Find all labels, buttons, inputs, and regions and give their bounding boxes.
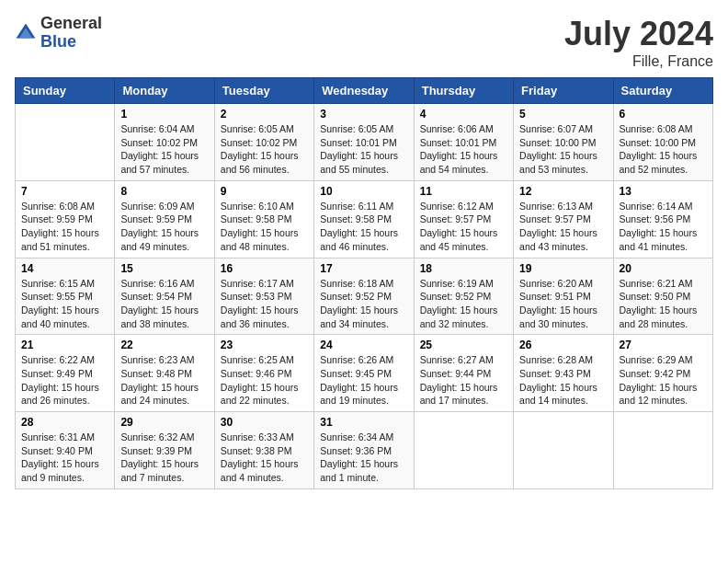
day-number: 20: [620, 262, 707, 275]
day-number: 13: [620, 185, 707, 198]
calendar-cell: 19Sunrise: 6:20 AM Sunset: 9:51 PM Dayli…: [514, 258, 613, 335]
day-info: Sunrise: 6:20 AM Sunset: 9:51 PM Dayligh…: [519, 277, 607, 331]
day-number: 19: [519, 262, 607, 275]
day-number: 11: [420, 185, 507, 198]
calendar-week-1: 7Sunrise: 6:08 AM Sunset: 9:59 PM Daylig…: [16, 180, 713, 258]
day-info: Sunrise: 6:09 AM Sunset: 9:59 PM Dayligh…: [120, 200, 208, 254]
calendar-cell: 15Sunrise: 6:16 AM Sunset: 9:54 PM Dayli…: [115, 258, 214, 335]
header-cell-friday: Friday: [514, 78, 613, 104]
calendar-cell: 8Sunrise: 6:09 AM Sunset: 9:59 PM Daylig…: [115, 180, 214, 258]
header-cell-sunday: Sunday: [16, 78, 115, 104]
day-number: 21: [21, 339, 108, 351]
day-info: Sunrise: 6:33 AM Sunset: 9:38 PM Dayligh…: [221, 431, 308, 485]
calendar-cell: 23Sunrise: 6:25 AM Sunset: 9:46 PM Dayli…: [214, 335, 313, 412]
calendar-cell: 24Sunrise: 6:26 AM Sunset: 9:45 PM Dayli…: [314, 335, 414, 412]
logo-general: General: [40, 15, 102, 33]
day-number: 27: [620, 339, 707, 351]
day-info: Sunrise: 6:16 AM Sunset: 9:54 PM Dayligh…: [120, 277, 208, 331]
day-number: 29: [120, 416, 208, 429]
calendar-cell: 3Sunrise: 6:05 AM Sunset: 10:01 PM Dayli…: [314, 104, 414, 181]
calendar-week-0: 1Sunrise: 6:04 AM Sunset: 10:02 PM Dayli…: [16, 104, 713, 181]
day-number: 4: [420, 108, 507, 121]
calendar-cell: 26Sunrise: 6:28 AM Sunset: 9:43 PM Dayli…: [514, 335, 613, 412]
day-number: 5: [519, 108, 607, 121]
day-info: Sunrise: 6:19 AM Sunset: 9:52 PM Dayligh…: [420, 277, 507, 331]
day-info: Sunrise: 6:12 AM Sunset: 9:57 PM Dayligh…: [420, 200, 507, 254]
header-cell-thursday: Thursday: [414, 78, 513, 104]
day-number: 17: [320, 262, 407, 275]
calendar-cell: [414, 412, 513, 489]
day-number: 9: [221, 185, 308, 198]
month-year-title: July 2024: [564, 15, 713, 53]
location-label: Fille, France: [564, 53, 713, 70]
day-info: Sunrise: 6:17 AM Sunset: 9:53 PM Dayligh…: [221, 277, 308, 331]
day-number: 28: [21, 416, 108, 429]
day-number: 25: [420, 339, 507, 351]
day-number: 18: [420, 262, 507, 275]
calendar-body: 1Sunrise: 6:04 AM Sunset: 10:02 PM Dayli…: [16, 104, 713, 489]
calendar-cell: 14Sunrise: 6:15 AM Sunset: 9:55 PM Dayli…: [16, 258, 115, 335]
calendar-cell: 31Sunrise: 6:34 AM Sunset: 9:36 PM Dayli…: [314, 412, 414, 489]
day-number: 16: [221, 262, 308, 275]
calendar-cell: 25Sunrise: 6:27 AM Sunset: 9:44 PM Dayli…: [414, 335, 513, 412]
day-number: 7: [21, 185, 108, 198]
day-info: Sunrise: 6:14 AM Sunset: 9:56 PM Dayligh…: [620, 200, 707, 254]
day-number: 12: [519, 185, 607, 198]
calendar-cell: 4Sunrise: 6:06 AM Sunset: 10:01 PM Dayli…: [414, 104, 513, 181]
calendar-cell: 17Sunrise: 6:18 AM Sunset: 9:52 PM Dayli…: [314, 258, 414, 335]
day-number: 23: [221, 339, 308, 351]
calendar-cell: 11Sunrise: 6:12 AM Sunset: 9:57 PM Dayli…: [414, 180, 513, 258]
day-number: 31: [320, 416, 407, 429]
day-info: Sunrise: 6:15 AM Sunset: 9:55 PM Dayligh…: [21, 277, 108, 331]
day-info: Sunrise: 6:32 AM Sunset: 9:39 PM Dayligh…: [120, 431, 208, 485]
header-row: SundayMondayTuesdayWednesdayThursdayFrid…: [16, 78, 713, 104]
calendar-cell: 30Sunrise: 6:33 AM Sunset: 9:38 PM Dayli…: [214, 412, 313, 489]
calendar-cell: 16Sunrise: 6:17 AM Sunset: 9:53 PM Dayli…: [214, 258, 313, 335]
header-cell-monday: Monday: [115, 78, 214, 104]
calendar-table: SundayMondayTuesdayWednesdayThursdayFrid…: [15, 77, 713, 489]
page-header: General Blue July 2024 Fille, France: [15, 15, 713, 70]
day-number: 6: [620, 108, 707, 121]
logo-blue: Blue: [40, 33, 102, 52]
calendar-cell: [16, 104, 115, 181]
calendar-cell: 5Sunrise: 6:07 AM Sunset: 10:00 PM Dayli…: [514, 104, 613, 181]
day-info: Sunrise: 6:21 AM Sunset: 9:50 PM Dayligh…: [620, 277, 707, 331]
day-number: 1: [120, 108, 208, 121]
header-cell-saturday: Saturday: [613, 78, 712, 104]
day-info: Sunrise: 6:29 AM Sunset: 9:42 PM Dayligh…: [620, 353, 707, 408]
day-number: 2: [221, 108, 308, 121]
calendar-cell: 6Sunrise: 6:08 AM Sunset: 10:00 PM Dayli…: [613, 104, 712, 181]
day-info: Sunrise: 6:10 AM Sunset: 9:58 PM Dayligh…: [221, 200, 308, 254]
day-info: Sunrise: 6:25 AM Sunset: 9:46 PM Dayligh…: [221, 353, 308, 408]
calendar-cell: 10Sunrise: 6:11 AM Sunset: 9:58 PM Dayli…: [314, 180, 414, 258]
day-info: Sunrise: 6:31 AM Sunset: 9:40 PM Dayligh…: [21, 431, 108, 485]
calendar-cell: [514, 412, 613, 489]
day-info: Sunrise: 6:05 AM Sunset: 10:02 PM Daylig…: [221, 122, 308, 177]
calendar-week-4: 28Sunrise: 6:31 AM Sunset: 9:40 PM Dayli…: [16, 412, 713, 489]
calendar-cell: 1Sunrise: 6:04 AM Sunset: 10:02 PM Dayli…: [115, 104, 214, 181]
calendar-cell: 12Sunrise: 6:13 AM Sunset: 9:57 PM Dayli…: [514, 180, 613, 258]
day-info: Sunrise: 6:07 AM Sunset: 10:00 PM Daylig…: [519, 122, 607, 177]
day-number: 24: [320, 339, 407, 351]
day-info: Sunrise: 6:18 AM Sunset: 9:52 PM Dayligh…: [320, 277, 407, 331]
day-info: Sunrise: 6:06 AM Sunset: 10:01 PM Daylig…: [420, 122, 507, 177]
day-number: 3: [320, 108, 407, 121]
day-info: Sunrise: 6:13 AM Sunset: 9:57 PM Dayligh…: [519, 200, 607, 254]
header-cell-wednesday: Wednesday: [314, 78, 414, 104]
day-info: Sunrise: 6:27 AM Sunset: 9:44 PM Dayligh…: [420, 353, 507, 408]
calendar-header: SundayMondayTuesdayWednesdayThursdayFrid…: [16, 78, 713, 104]
calendar-cell: 7Sunrise: 6:08 AM Sunset: 9:59 PM Daylig…: [16, 180, 115, 258]
calendar-cell: 27Sunrise: 6:29 AM Sunset: 9:42 PM Dayli…: [613, 335, 712, 412]
day-info: Sunrise: 6:28 AM Sunset: 9:43 PM Dayligh…: [519, 353, 607, 408]
calendar-cell: [613, 412, 712, 489]
calendar-week-3: 21Sunrise: 6:22 AM Sunset: 9:49 PM Dayli…: [16, 335, 713, 412]
day-info: Sunrise: 6:05 AM Sunset: 10:01 PM Daylig…: [320, 122, 407, 177]
logo: General Blue: [15, 15, 102, 52]
day-number: 15: [120, 262, 208, 275]
calendar-cell: 2Sunrise: 6:05 AM Sunset: 10:02 PM Dayli…: [214, 104, 313, 181]
calendar-cell: 13Sunrise: 6:14 AM Sunset: 9:56 PM Dayli…: [613, 180, 712, 258]
day-info: Sunrise: 6:22 AM Sunset: 9:49 PM Dayligh…: [21, 353, 108, 408]
calendar-week-2: 14Sunrise: 6:15 AM Sunset: 9:55 PM Dayli…: [16, 258, 713, 335]
day-number: 8: [120, 185, 208, 198]
day-info: Sunrise: 6:08 AM Sunset: 9:59 PM Dayligh…: [21, 200, 108, 254]
